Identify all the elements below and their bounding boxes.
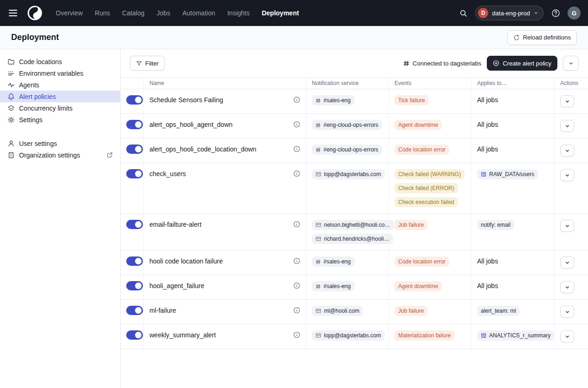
notification-cell: ml@hooli.com — [306, 300, 389, 324]
table-row: hooli_agent_failure#sales-engAgent downt… — [121, 275, 588, 300]
table-body: Schedule Sensors Failing#sales-engTick f… — [121, 89, 588, 349]
notification-badge[interactable]: #eng-cloud-ops-errors — [312, 120, 382, 130]
policy-name: ml-failure — [149, 306, 176, 315]
reload-definitions-button[interactable]: Reload definitions — [507, 30, 577, 45]
policy-enabled-toggle[interactable] — [126, 120, 143, 129]
filter-button[interactable]: Filter — [130, 56, 165, 71]
policy-enabled-toggle[interactable] — [126, 256, 143, 266]
info-icon[interactable] — [293, 220, 300, 228]
row-actions-button[interactable] — [560, 330, 574, 342]
notification-badge[interactable]: nelson.bighetti@hooli.co… — [312, 220, 394, 230]
sidebar-item-code-locations[interactable]: Code locations — [0, 56, 120, 67]
alert-policies-main: Filter Connected to dagsterlabs Create a… — [121, 49, 588, 388]
sidebar-item-label: Environment variables — [19, 70, 84, 77]
policy-enabled-toggle[interactable] — [126, 169, 143, 178]
nav-item-overview[interactable]: Overview — [56, 9, 83, 17]
nav-item-catalog[interactable]: Catalog — [122, 9, 144, 17]
policy-name: Schedule Sensors Failing — [149, 95, 223, 105]
row-actions-button[interactable] — [560, 145, 574, 157]
policy-enabled-toggle[interactable] — [126, 145, 143, 154]
applies-to-asset-badge[interactable]: RAW_DATA/users — [477, 169, 538, 179]
mail-icon — [316, 308, 321, 314]
name-cell: Schedule Sensors Failing — [144, 89, 306, 113]
info-icon[interactable] — [293, 256, 300, 264]
policy-enabled-toggle[interactable] — [126, 306, 143, 315]
applies-to-tag-badge[interactable]: alert_team: ml — [477, 306, 520, 316]
mail-icon — [316, 333, 321, 338]
create-alert-policy-button[interactable]: Create alert policy — [487, 56, 557, 71]
nav-item-runs[interactable]: Runs — [95, 9, 110, 17]
more-options-button[interactable] — [563, 56, 579, 71]
info-icon[interactable] — [293, 120, 300, 128]
search-icon[interactable] — [457, 7, 470, 20]
policy-enabled-toggle[interactable] — [126, 95, 143, 105]
event-badge: Check execution failed — [394, 197, 458, 207]
nav-item-automation[interactable]: Automation — [182, 9, 215, 17]
row-actions-button[interactable] — [560, 281, 574, 293]
dagster-logo-icon[interactable] — [27, 5, 43, 21]
row-actions-button[interactable] — [560, 256, 574, 269]
row-actions-button[interactable] — [560, 95, 574, 107]
nav-item-insights[interactable]: Insights — [227, 9, 250, 17]
user-avatar[interactable]: G — [568, 7, 581, 20]
sidebar-item-label: Agents — [19, 81, 39, 89]
notification-badge[interactable]: richard.hendricks@hooli… — [312, 234, 393, 244]
slack-icon — [403, 60, 409, 66]
applies-to-cell: RAW_DATA/users — [472, 163, 555, 213]
policy-name: hooli code location failure — [149, 256, 223, 266]
notification-badge[interactable]: #sales-eng — [312, 281, 355, 291]
row-actions-button[interactable] — [560, 120, 574, 132]
table-row: email-failture-alertnelson.bighetti@hool… — [121, 214, 588, 250]
plus-circle-icon — [493, 60, 499, 66]
deployment-badge: D — [478, 8, 488, 18]
help-icon[interactable] — [549, 7, 562, 20]
toolbar: Filter Connected to dagsterlabs Create a… — [121, 49, 588, 77]
sidebar-item-settings[interactable]: Settings — [0, 114, 120, 125]
mail-icon — [316, 236, 321, 242]
info-icon[interactable] — [293, 169, 300, 177]
nav-item-deployment[interactable]: Deployment — [262, 9, 299, 17]
info-icon[interactable] — [293, 306, 300, 314]
info-icon[interactable] — [293, 145, 300, 152]
applies-to-asset-badge[interactable]: ANALYTICS_r_summary — [477, 330, 554, 341]
header-applies-to: Applies to… — [472, 78, 555, 89]
sidebar-item-agents[interactable]: Agents — [0, 79, 120, 91]
info-icon[interactable] — [293, 281, 300, 289]
nav-item-jobs[interactable]: Jobs — [156, 9, 170, 17]
notification-label: #sales-eng — [323, 258, 351, 265]
sidebar-item-alert-policies[interactable]: Alert policies — [0, 91, 120, 102]
notification-badge[interactable]: #eng-cloud-ops-errors — [312, 145, 382, 155]
policy-enabled-toggle[interactable] — [126, 330, 143, 340]
sidebar-item-user-settings[interactable]: User settings — [0, 138, 120, 149]
event-badge: Job failure — [394, 306, 427, 316]
notification-badge[interactable]: #sales-eng — [312, 95, 355, 105]
row-actions-button[interactable] — [560, 220, 574, 232]
header-actions: Actions — [555, 78, 588, 89]
toggle-cell — [121, 138, 144, 163]
name-cell: alert_ops_hooli_code_location_down — [144, 138, 306, 163]
deployment-switcher[interactable]: D data-eng-prod — [475, 6, 543, 20]
notification-label: nelson.bighetti@hooli.co… — [324, 221, 390, 229]
applies-to-tag-badge[interactable]: notify: email — [477, 220, 514, 230]
sidebar-item-concurrency-limits[interactable]: Concurrency limits — [0, 102, 120, 114]
header-toggle — [121, 78, 144, 89]
row-actions-button[interactable] — [560, 306, 574, 318]
policy-enabled-toggle[interactable] — [126, 220, 143, 229]
info-icon[interactable] — [293, 330, 300, 338]
notification-badge[interactable]: lopp@dagsterlabs.com — [312, 330, 385, 341]
row-actions-button[interactable] — [560, 169, 574, 181]
notification-badge[interactable]: ml@hooli.com — [312, 306, 363, 316]
menu-icon[interactable] — [7, 7, 20, 20]
toggle-cell — [121, 163, 144, 213]
info-icon[interactable] — [293, 95, 300, 103]
applies-to-cell: All jobs — [472, 89, 555, 113]
alert-policies-table: Name Notification service Events Applies… — [121, 77, 588, 349]
sidebar-item-organization-settings[interactable]: Organization settings — [0, 149, 120, 161]
sidebar-item-environment-variables[interactable]: Environment variables — [0, 67, 120, 79]
events-cell: Materialization failure — [389, 324, 472, 349]
notification-badge[interactable]: #sales-eng — [312, 256, 355, 267]
notification-badge[interactable]: lopp@dagsterlabs.com — [312, 169, 385, 179]
table-header: Name Notification service Events Applies… — [121, 77, 588, 89]
name-cell: ml-failure — [144, 300, 306, 324]
policy-enabled-toggle[interactable] — [126, 281, 143, 290]
